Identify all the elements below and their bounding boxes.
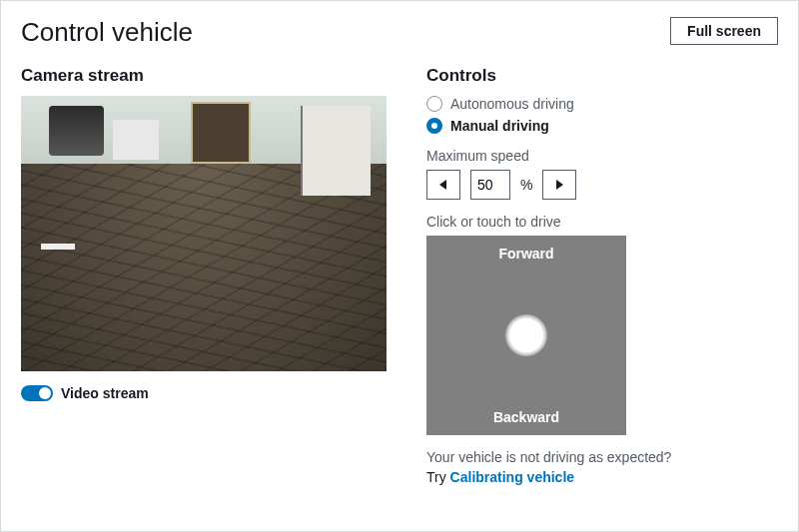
video-stream-toggle[interactable]	[21, 385, 53, 401]
mode-radio-manual[interactable]: Manual driving	[426, 118, 778, 134]
drivepad-backward-label: Backward	[426, 409, 626, 425]
camera-column: Camera stream Video stream	[21, 66, 387, 485]
video-stream-toggle-label: Video stream	[61, 385, 149, 401]
drive-touchpad[interactable]: Forward Backward	[426, 236, 626, 435]
drivepad-label: Click or touch to drive	[426, 214, 778, 230]
svg-marker-0	[439, 180, 446, 190]
header: Control vehicle Full screen	[21, 17, 778, 48]
page-title: Control vehicle	[21, 17, 193, 48]
radio-icon	[426, 118, 442, 134]
mode-radio-autonomous-label: Autonomous driving	[450, 96, 574, 112]
help-try-prefix: Try	[426, 469, 450, 485]
help-link-row: Try Calibrating vehicle	[426, 469, 778, 485]
speed-unit-label: %	[520, 177, 532, 193]
controls-column: Controls Autonomous driving Manual drivi…	[426, 66, 778, 485]
fullscreen-button[interactable]: Full screen	[670, 17, 778, 45]
maximum-speed-input[interactable]	[470, 170, 510, 200]
maximum-speed-label: Maximum speed	[426, 148, 778, 164]
drivepad-forward-label: Forward	[426, 246, 626, 262]
help-question-text: Your vehicle is not driving as expected?	[426, 449, 778, 465]
calibrate-vehicle-link[interactable]: Calibrating vehicle	[450, 469, 574, 485]
triangle-right-icon	[554, 179, 564, 191]
speed-increment-button[interactable]	[542, 170, 576, 200]
camera-heading: Camera stream	[21, 66, 387, 86]
svg-marker-1	[556, 180, 563, 190]
camera-stream-viewport	[21, 96, 387, 371]
triangle-left-icon	[438, 179, 448, 191]
control-vehicle-panel: Control vehicle Full screen Camera strea…	[0, 0, 799, 532]
controls-heading: Controls	[426, 66, 778, 86]
radio-icon	[426, 96, 442, 112]
mode-radio-autonomous[interactable]: Autonomous driving	[426, 96, 778, 112]
drivepad-cursor-icon	[505, 314, 547, 356]
mode-radio-manual-label: Manual driving	[450, 118, 549, 134]
speed-decrement-button[interactable]	[426, 170, 460, 200]
